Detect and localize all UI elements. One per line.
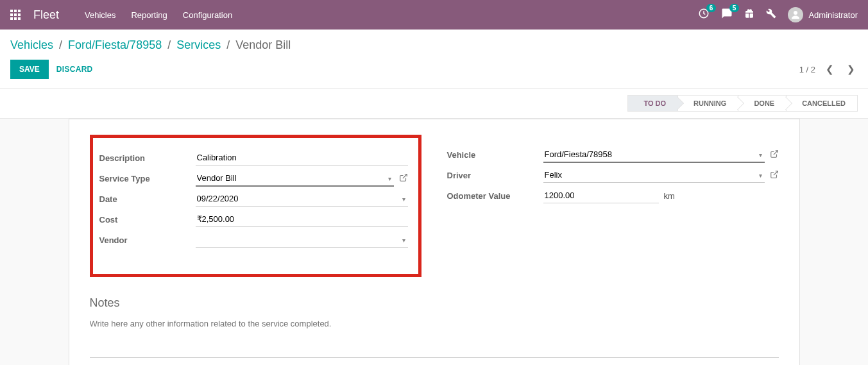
breadcrumb: Vehicles / Ford/Fiesta/78958 / Services … xyxy=(10,38,858,52)
form-sheet: Description Service Type ▾ xyxy=(69,119,800,365)
status-chevrons: TO DO RUNNING DONE CANCELLED xyxy=(628,95,858,112)
messages-icon[interactable]: 5 xyxy=(721,8,733,22)
apps-icon[interactable] xyxy=(10,10,21,20)
label-odometer: Odometer Value xyxy=(447,191,543,201)
activity-badge: 6 xyxy=(706,4,717,12)
user-name: Administrator xyxy=(808,10,858,20)
form-right-col: Vehicle ▾ Driver ▾ xyxy=(447,135,779,290)
label-description: Description xyxy=(99,153,196,163)
input-driver[interactable] xyxy=(543,167,765,183)
breadcrumb-bar: Vehicles / Ford/Fiesta/78958 / Services … xyxy=(0,30,868,56)
breadcrumb-sep: / xyxy=(167,38,171,51)
top-header: Fleet Vehicles Reporting Configuration 6… xyxy=(0,0,868,30)
highlight-box: Description Service Type ▾ xyxy=(90,135,421,277)
status-todo[interactable]: TO DO xyxy=(627,95,678,112)
external-link-icon[interactable] xyxy=(770,149,779,160)
external-link-icon[interactable] xyxy=(770,170,779,181)
activity-icon[interactable]: 6 xyxy=(698,8,710,22)
nav-vehicles[interactable]: Vehicles xyxy=(85,10,115,20)
breadcrumb-services[interactable]: Services xyxy=(176,38,221,51)
status-done[interactable]: DONE xyxy=(738,95,787,112)
label-service-type: Service Type xyxy=(99,174,196,183)
save-button[interactable]: SAVE xyxy=(10,60,49,79)
messages-badge: 5 xyxy=(729,4,740,12)
field-cost: Cost xyxy=(99,211,408,228)
discard-button[interactable]: DISCARD xyxy=(56,65,93,74)
field-vehicle: Vehicle ▾ xyxy=(447,146,779,163)
status-running[interactable]: RUNNING xyxy=(677,95,738,112)
control-bar: SAVE DISCARD 1 / 2 ❮ ❯ xyxy=(0,56,868,89)
input-vendor[interactable] xyxy=(196,232,408,248)
label-driver: Driver xyxy=(447,171,543,180)
pager-next[interactable]: ❯ xyxy=(844,61,858,78)
label-vendor: Vendor xyxy=(99,235,196,245)
label-cost: Cost xyxy=(99,215,196,225)
app-name[interactable]: Fleet xyxy=(33,8,59,22)
pager-text: 1 / 2 xyxy=(799,65,815,74)
field-odometer: Odometer Value km xyxy=(447,187,779,204)
notes-title: Notes xyxy=(90,296,779,310)
tools-icon[interactable] xyxy=(766,8,776,21)
breadcrumb-current: Vendor Bill xyxy=(235,38,291,51)
sheet-background: Description Service Type ▾ xyxy=(0,119,868,365)
breadcrumb-sep: / xyxy=(226,38,230,51)
input-cost[interactable] xyxy=(196,212,408,227)
notes-textarea[interactable] xyxy=(90,316,779,358)
header-right: 6 5 Administrator xyxy=(698,7,858,22)
svg-line-4 xyxy=(773,171,777,174)
svg-line-3 xyxy=(773,150,777,154)
status-cancelled[interactable]: CANCELLED xyxy=(786,95,858,112)
form-columns: Description Service Type ▾ xyxy=(90,135,779,290)
gift-icon[interactable] xyxy=(744,8,754,21)
breadcrumb-vehicle[interactable]: Ford/Fiesta/78958 xyxy=(68,38,162,51)
field-vendor: Vendor ▾ xyxy=(99,232,408,248)
breadcrumb-sep: / xyxy=(59,38,62,51)
nav-reporting[interactable]: Reporting xyxy=(131,10,167,20)
field-description: Description xyxy=(99,149,408,166)
nav-menu: Vehicles Reporting Configuration xyxy=(85,10,232,20)
form-left-col: Description Service Type ▾ xyxy=(90,135,421,290)
avatar xyxy=(788,7,803,22)
input-odometer[interactable] xyxy=(543,188,659,203)
pager-prev[interactable]: ❮ xyxy=(823,61,837,78)
status-bar: TO DO RUNNING DONE CANCELLED xyxy=(0,89,868,119)
input-date[interactable] xyxy=(196,191,408,207)
nav-configuration[interactable]: Configuration xyxy=(183,10,232,20)
field-driver: Driver ▾ xyxy=(447,167,779,183)
svg-point-1 xyxy=(794,11,797,15)
svg-line-2 xyxy=(402,174,406,178)
input-service-type[interactable] xyxy=(196,171,394,187)
field-service-type: Service Type ▾ xyxy=(99,170,408,187)
odometer-unit: km xyxy=(664,191,675,201)
user-menu[interactable]: Administrator xyxy=(788,7,858,22)
label-vehicle: Vehicle xyxy=(447,150,543,160)
label-date: Date xyxy=(99,194,196,204)
input-description[interactable] xyxy=(196,150,408,166)
external-link-icon[interactable] xyxy=(399,173,408,184)
input-vehicle[interactable] xyxy=(543,147,765,163)
field-date: Date ▾ xyxy=(99,191,408,207)
breadcrumb-vehicles[interactable]: Vehicles xyxy=(10,38,53,51)
pager: 1 / 2 ❮ ❯ xyxy=(799,61,858,78)
